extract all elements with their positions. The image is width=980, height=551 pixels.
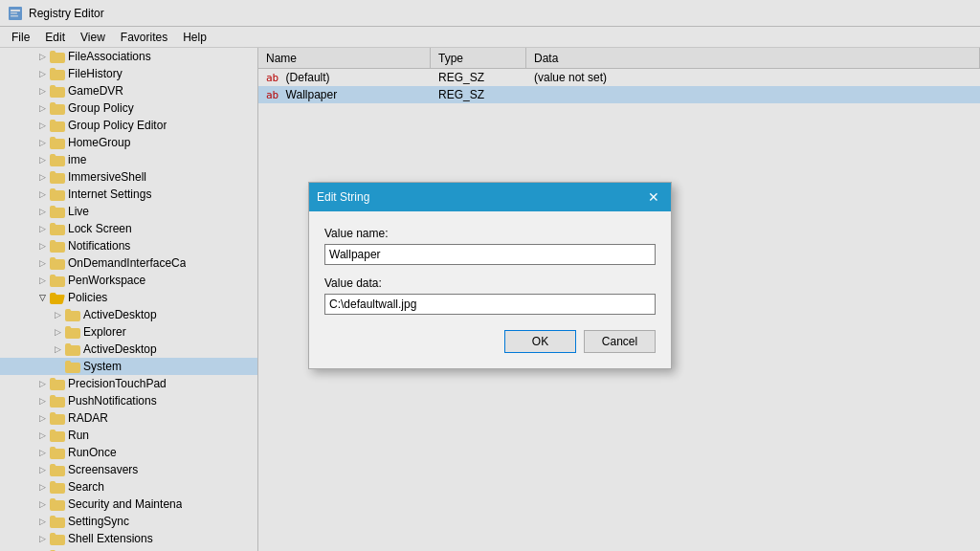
value-data-input[interactable] bbox=[324, 294, 656, 315]
modal-overlay: Edit String ✕ Value name: Value data: OK… bbox=[0, 0, 980, 551]
ok-button[interactable]: OK bbox=[504, 330, 576, 353]
modal-body: Value name: Value data: OK Cancel bbox=[309, 211, 671, 368]
modal-title: Edit String bbox=[317, 190, 369, 204]
cancel-button[interactable]: Cancel bbox=[584, 330, 656, 353]
value-data-field: Value data: bbox=[324, 276, 656, 315]
edit-string-dialog: Edit String ✕ Value name: Value data: OK… bbox=[308, 182, 672, 369]
value-data-label: Value data: bbox=[324, 276, 656, 290]
modal-close-button[interactable]: ✕ bbox=[644, 187, 663, 207]
value-name-label: Value name: bbox=[324, 227, 656, 240]
value-name-input[interactable] bbox=[324, 244, 656, 265]
value-name-field: Value name: bbox=[324, 227, 656, 265]
modal-titlebar: Edit String ✕ bbox=[309, 183, 671, 211]
modal-buttons: OK Cancel bbox=[324, 330, 656, 353]
